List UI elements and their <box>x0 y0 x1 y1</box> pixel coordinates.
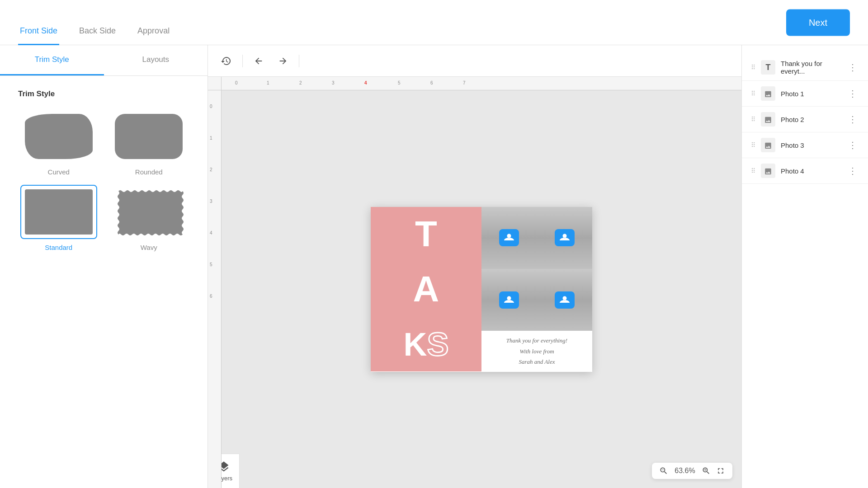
trim-curved-preview <box>20 109 97 164</box>
layer-name-photo3: Photo 3 <box>781 141 841 149</box>
layer-item-photo1: ⠿ Photo 1 ⋮ <box>742 81 868 107</box>
layer-icon-photo1 <box>761 86 775 101</box>
toolbar <box>208 45 741 77</box>
canvas-bg: TAKS Thank you for everything!With love … <box>222 90 741 488</box>
layer-more-photo4[interactable]: ⋮ <box>846 164 859 178</box>
layer-drag-photo1[interactable]: ⠿ <box>751 90 755 97</box>
ruler-h-mark-5: 5 <box>398 80 401 85</box>
trim-wavy-preview <box>110 185 187 239</box>
trim-item-standard[interactable]: Standard <box>18 185 99 251</box>
layer-icon-photo4 <box>761 164 775 178</box>
redo-button[interactable] <box>274 52 292 70</box>
tab-approval[interactable]: Approval <box>136 26 171 45</box>
layer-more-photo2[interactable]: ⋮ <box>846 112 859 127</box>
trim-style-title: Trim Style <box>18 89 189 99</box>
main-layout: Trim Style Layouts Trim Style Curved <box>0 45 868 488</box>
canvas-container: 0 1 2 3 4 5 6 7 0 1 2 3 4 5 6 <box>208 77 741 488</box>
layer-drag-photo2[interactable]: ⠿ <box>751 116 755 123</box>
layer-more-text[interactable]: ⋮ <box>846 60 859 75</box>
layer-more-photo3[interactable]: ⋮ <box>846 138 859 152</box>
ruler-h-mark-6: 6 <box>430 80 433 85</box>
ruler-v-mark-4: 4 <box>210 230 212 235</box>
panel-tab-layouts[interactable]: Layouts <box>104 45 208 75</box>
fullscreen-button[interactable] <box>716 466 725 475</box>
panel-tabs: Trim Style Layouts <box>0 45 208 76</box>
trim-item-wavy[interactable]: Wavy <box>108 185 190 251</box>
layer-icon-photo3 <box>761 138 775 152</box>
ruler-v-mark-5: 5 <box>210 262 212 267</box>
tab-front-side[interactable]: Front Side <box>18 26 59 45</box>
layer-name-photo1: Photo 1 <box>781 90 841 98</box>
panel-tab-trim-style[interactable]: Trim Style <box>0 45 104 75</box>
layer-item-photo2: ⠿ Photo 2 ⋮ <box>742 107 868 132</box>
ruler-v-mark-1: 1 <box>210 136 212 141</box>
trim-rounded-label: Rounded <box>135 168 163 176</box>
ruler-h-mark-2: 2 <box>299 80 302 85</box>
ruler-h-mark-4: 4 <box>364 80 367 85</box>
history-button[interactable] <box>217 52 235 70</box>
trim-wavy-label: Wavy <box>141 244 157 251</box>
canvas-area: 0 1 2 3 4 5 6 7 0 1 2 3 4 5 6 <box>208 45 741 488</box>
right-panel: ⠿ T Thank you for everyt... ⋮ ⠿ Photo 1 … <box>741 45 868 488</box>
trim-item-rounded[interactable]: Rounded <box>108 109 190 176</box>
tab-back-side[interactable]: Back Side <box>77 26 118 45</box>
layer-drag-photo3[interactable]: ⠿ <box>751 141 755 149</box>
ruler-horizontal: 0 1 2 3 4 5 6 7 <box>222 77 741 90</box>
layer-icon-text: T <box>761 60 775 75</box>
ruler-v-mark-6: 6 <box>210 294 212 299</box>
trim-style-grid: Curved Rounded Standard <box>18 109 189 251</box>
layer-item-text: ⠿ T Thank you for everyt... ⋮ <box>742 54 868 81</box>
header: Front Side Back Side Approval Next <box>0 0 868 45</box>
ruler-h-mark-1: 1 <box>267 80 269 85</box>
toolbar-divider-2 <box>299 55 299 67</box>
ruler-v-mark-0: 0 <box>210 104 212 109</box>
layer-name-photo2: Photo 2 <box>781 116 841 123</box>
card-preview: TAKS Thank you for everything!With love … <box>371 207 592 372</box>
zoom-in-button[interactable] <box>702 466 711 475</box>
ruler-v-mark-3: 3 <box>210 199 212 204</box>
ruler-h-mark-0: 0 <box>235 80 238 85</box>
zoom-out-button[interactable] <box>659 466 668 475</box>
header-tabs: Front Side Back Side Approval <box>18 0 171 45</box>
undo-button[interactable] <box>250 52 267 70</box>
trim-standard-preview <box>20 185 97 239</box>
layer-drag-text[interactable]: ⠿ <box>751 64 755 71</box>
trim-curved-label: Curved <box>48 168 70 176</box>
layer-item-photo3: ⠿ Photo 3 ⋮ <box>742 132 868 158</box>
trim-item-curved[interactable]: Curved <box>18 109 99 176</box>
ruler-h-mark-3: 3 <box>332 80 335 85</box>
panel-content: Trim Style Curved Rounded <box>0 76 208 488</box>
layer-item-photo4: ⠿ Photo 4 ⋮ <box>742 158 868 184</box>
zoom-controls: 63.6% <box>652 463 732 479</box>
layer-name-text: Thank you for everyt... <box>781 60 841 75</box>
ruler-h-mark-7: 7 <box>463 80 466 85</box>
toolbar-divider-1 <box>242 55 243 67</box>
next-button[interactable]: Next <box>786 9 850 36</box>
ruler-corner <box>208 77 222 90</box>
left-panel: Trim Style Layouts Trim Style Curved <box>0 45 208 488</box>
layer-drag-photo4[interactable]: ⠿ <box>751 167 755 174</box>
ruler-v-mark-2: 2 <box>210 167 212 172</box>
ruler-vertical: 0 1 2 3 4 5 6 <box>208 90 222 488</box>
trim-standard-label: Standard <box>45 244 72 251</box>
zoom-level: 63.6% <box>674 467 696 475</box>
layer-more-photo1[interactable]: ⋮ <box>846 86 859 101</box>
trim-rounded-preview <box>110 109 187 164</box>
layer-name-photo4: Photo 4 <box>781 167 841 175</box>
layer-icon-photo2 <box>761 112 775 127</box>
